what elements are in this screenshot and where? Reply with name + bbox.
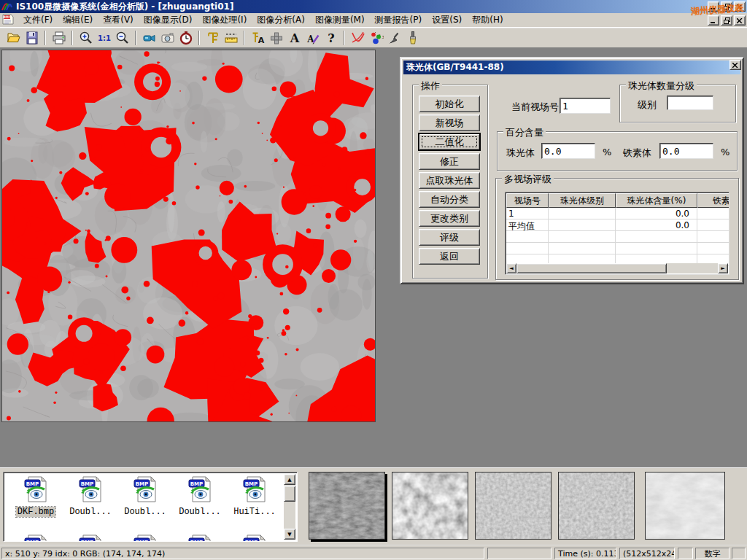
change-class-button[interactable]: 更改类别 [419,210,480,227]
dialog-title-bar[interactable]: 珠光体(GB/T9441-88) [403,61,740,74]
dialog-close-button[interactable] [729,60,741,70]
minimize-button[interactable] [708,1,719,12]
menu-edit[interactable]: 编辑(E) [58,12,98,28]
percent-group-label: 百分含量 [503,126,546,139]
menu-image-display[interactable]: 图像显示(D) [139,12,198,28]
file-name: Doubl... [123,507,168,517]
ferrite-percent-input[interactable] [659,143,713,159]
timer-button[interactable] [177,29,195,47]
file-item[interactable]: BMP [228,534,281,542]
caliper-button[interactable] [204,29,222,47]
text-label-button[interactable]: A [285,29,303,47]
thumbnail-1[interactable] [309,472,385,540]
brush-button[interactable] [403,29,422,47]
pearlite-percent-input[interactable] [541,143,595,159]
video-camera-button[interactable] [140,29,158,47]
rate-button[interactable]: 评级 [419,229,480,246]
col-ferrite[interactable]: 铁素体 [697,193,729,208]
file-item[interactable]: BMP [174,534,226,542]
actual-size-button[interactable]: 1:1 [95,29,113,47]
thumbnail-3[interactable] [475,472,551,540]
new-field-button[interactable]: 新视场 [419,114,480,131]
scroll-thumb[interactable] [284,486,295,502]
child-restore-button[interactable] [721,15,732,26]
table-row[interactable]: 10.0 [506,208,729,219]
col-field-no[interactable]: 视场号 [506,193,549,208]
file-list-scrollbar[interactable]: ▲ ▼ [284,474,295,540]
auto-classify-button[interactable]: 自动分类 [419,191,480,208]
return-button[interactable]: 返回 [419,248,480,265]
grid-cross-button[interactable] [267,29,285,47]
curve-tool-button[interactable] [349,29,367,47]
binarize-button[interactable]: 二值化 [419,133,480,150]
menu-settings[interactable]: 设置(S) [427,12,467,28]
file-item[interactable]: BMP [9,534,62,542]
correct-button[interactable]: 修正 [419,153,480,170]
file-item[interactable]: BMP [119,534,171,542]
scroll-right-arrow[interactable]: ► [718,263,728,273]
current-field-input[interactable] [560,98,611,114]
menu-file[interactable]: 文件(F) [18,12,58,28]
child-close-button[interactable] [734,15,746,26]
close-button[interactable] [734,1,746,12]
initialize-button[interactable]: 初始化 [419,96,480,112]
table-row[interactable]: 平均值0.0 [506,219,729,231]
capture-button[interactable] [158,29,177,47]
child-minimize-button[interactable] [708,15,719,26]
scroll-thumb[interactable] [516,263,667,273]
thumbnail-2[interactable] [392,472,468,540]
particle-marks-button[interactable]: 3 [367,29,385,47]
table-header-row: 视场号 珠光体级别 珠光体含量(%) 铁素体 [506,193,729,208]
measure-text-button[interactable]: A [249,29,267,47]
help-button[interactable]: ? [322,29,340,47]
open-file-button[interactable] [4,29,23,47]
svg-text:BMP: BMP [245,481,258,487]
svg-text:BMP: BMP [136,540,148,542]
table-row[interactable] [506,243,729,254]
menu-image-analysis[interactable]: 图像分析(A) [252,12,310,28]
file-item[interactable]: BMPDoubl... [174,475,226,517]
zoom-in-button[interactable] [77,29,95,47]
scroll-left-arrow[interactable]: ◄ [506,263,516,273]
document-icon[interactable]: DOC [2,14,14,27]
pen-button[interactable] [385,29,403,47]
scroll-down-arrow[interactable]: ▼ [284,529,295,540]
svg-text:BMP: BMP [26,540,39,542]
pick-pearlite-button[interactable]: 点取珠光体 [419,172,480,189]
file-item[interactable]: BMPHuiTi... [228,475,281,517]
save-button[interactable] [23,29,41,47]
menu-image-measure[interactable]: 图像测量(M) [310,12,370,28]
menu-measure-report[interactable]: 测量报告(P) [370,12,427,28]
svg-text:BMP: BMP [190,481,203,487]
restore-button[interactable] [721,1,732,12]
file-item[interactable]: BMPDKF.bmp [9,475,62,517]
edit-text-button[interactable]: A [303,29,322,47]
file-item[interactable]: BMPDoubl... [119,475,171,517]
file-item[interactable]: BMP [64,534,117,542]
col-pearlite-grade[interactable]: 珠光体级别 [549,193,616,208]
col-pearlite-pct[interactable]: 珠光体含量(%) [616,193,697,208]
print-button[interactable] [50,29,68,47]
ruler-button[interactable] [222,29,240,47]
toolbar-separator [198,31,200,45]
specimen-image-frame [1,50,376,422]
menu-view[interactable]: 查看(V) [98,12,139,28]
pen-icon [387,31,402,45]
scroll-up-arrow[interactable]: ▲ [284,474,295,485]
file-panel: BMPDKF.bmp BMPDoubl... BMPDoubl... BMPDo… [0,467,747,545]
zoom-out-button[interactable] [113,29,131,47]
window-title: IS100显微摄像系统(金相分析版) - [zhuguangti01] [16,1,233,13]
menu-help[interactable]: 帮助(H) [467,12,508,28]
table-row[interactable] [506,231,729,243]
thumbnail-5[interactable] [645,472,725,540]
toolbar-separator [244,31,245,45]
grade-input[interactable] [667,96,713,110]
svg-text:DOC: DOC [3,15,12,19]
toolbar: 1:1 A A A ? 3 [0,28,747,48]
file-item[interactable]: BMPDoubl... [64,475,117,517]
thumbnail-4[interactable] [558,472,635,540]
specimen-image[interactable] [2,50,375,421]
table-h-scrollbar[interactable]: ◄ ► [506,263,728,273]
menu-image-process[interactable]: 图像处理(I) [197,12,252,28]
grid-cross-icon [269,31,284,45]
